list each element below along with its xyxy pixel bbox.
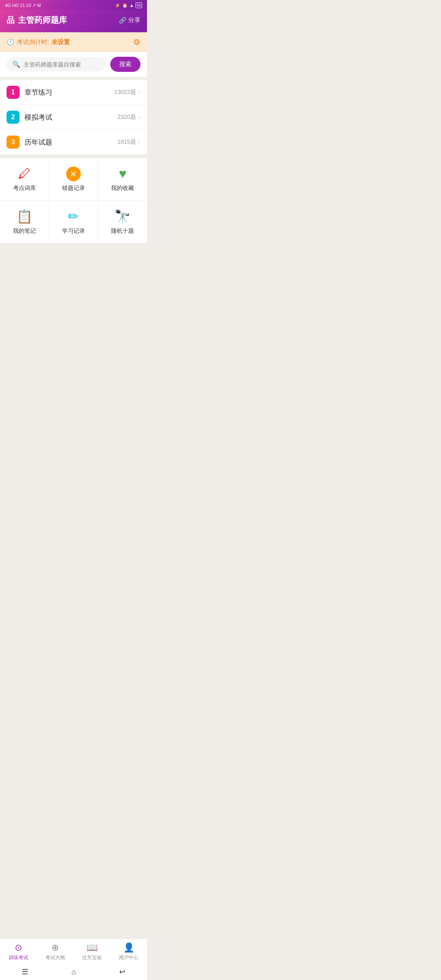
category-count-3: 1815题 [118, 138, 136, 146]
category-item-3[interactable]: 3 历年试题 1815题 › [0, 130, 147, 155]
grid-cell-shoucang[interactable]: ♥ 我的收藏 [98, 158, 147, 200]
search-icon: 🔍 [12, 60, 20, 68]
category-item-1[interactable]: 1 章节练习 13022题 › [0, 80, 147, 105]
signal-icon: 4G [5, 3, 11, 8]
category-item-2[interactable]: 2 模拟考试 2320题 › [0, 105, 147, 130]
pencil-icon: 🖊 [18, 166, 31, 181]
share-button[interactable]: 🔗 分享 [119, 16, 140, 24]
grid-cell-biji[interactable]: 📋 我的笔记 [0, 200, 49, 243]
category-num-2: 2 [7, 111, 20, 124]
countdown-bar: 🕐 考试倒计时: 未设置 ⚙ [0, 32, 147, 52]
grid-cell-xuexi[interactable]: ✏ 学习记录 [49, 200, 98, 243]
grid-row-2: 📋 我的笔记 ✏ 学习记录 🔭 随机十题 [0, 200, 147, 243]
bluetooth-icon: ⚡ [115, 3, 120, 8]
app-header: 品 主管药师题库 🔗 分享 [0, 10, 147, 32]
app-icon: 品 [7, 15, 15, 26]
time: 21:10 [20, 3, 31, 8]
category-num-3: 3 [7, 136, 20, 149]
suiji-label: 随机十题 [111, 227, 134, 235]
xuexi-label: 学习记录 [62, 227, 85, 235]
category-label-1: 章节练习 [24, 88, 114, 97]
cross-circle-icon: ✕ [66, 167, 81, 181]
status-bar: 4G HD 21:10 ↗ M ⚡ ⏰ ▲ 56 [0, 0, 147, 10]
category-num-1: 1 [7, 86, 20, 99]
category-label-3: 历年试题 [24, 138, 118, 147]
grid-cell-suiji[interactable]: 🔭 随机十题 [98, 200, 147, 243]
binoculars-icon: 🔭 [114, 209, 131, 224]
category-count-2: 2320题 [118, 114, 136, 121]
heart-icon: ♥ [119, 166, 127, 181]
share-icon: 🔗 [119, 17, 127, 24]
empty-content-area [0, 243, 147, 366]
category-label-2: 模拟考试 [24, 113, 118, 122]
search-input[interactable] [24, 61, 100, 68]
status-left: 4G HD 21:10 ↗ M [5, 3, 41, 8]
search-input-wrap: 🔍 [7, 57, 106, 71]
notes-icon: 📋 [16, 209, 33, 224]
grid-section: 🖊 考点词库 ✕ 错题记录 ♥ 我的收藏 📋 我的笔记 ✏ 学习记录 [0, 158, 147, 243]
pen-teal-icon: ✏ [68, 209, 79, 224]
category-list: 1 章节练习 13022题 › 2 模拟考试 2320题 › 3 历年试题 18… [0, 80, 147, 155]
kaodian-label: 考点词库 [13, 185, 36, 192]
clock-icon: 🕐 [7, 38, 14, 46]
shoucang-label: 我的收藏 [111, 185, 134, 192]
app-title: 主管药师题库 [18, 15, 67, 26]
search-section: 🔍 搜索 [0, 52, 147, 77]
search-button[interactable]: 搜索 [110, 57, 140, 72]
biji-label: 我的笔记 [13, 227, 36, 235]
countdown-text: 🕐 考试倒计时: 未设置 [7, 38, 70, 46]
hd-icon: HD [12, 3, 19, 8]
status-right: ⚡ ⏰ ▲ 56 [115, 2, 142, 8]
battery-icon: 56 [136, 2, 142, 8]
grid-row-1: 🖊 考点词库 ✕ 错题记录 ♥ 我的收藏 [0, 158, 147, 200]
wifi-icon: ▲ [129, 3, 134, 8]
category-arrow-2: › [138, 114, 140, 121]
category-arrow-1: › [138, 89, 140, 96]
direction-icon: ↗ [32, 3, 36, 8]
alarm-icon: ⏰ [122, 3, 128, 8]
countdown-settings-button[interactable]: ⚙ [133, 37, 140, 47]
grid-cell-kaodian[interactable]: 🖊 考点词库 [0, 158, 49, 200]
notification-icon: M [37, 3, 41, 8]
category-count-1: 13022题 [114, 89, 136, 96]
header-title: 品 主管药师题库 [7, 15, 67, 26]
category-arrow-3: › [138, 138, 140, 146]
grid-cell-cuoti[interactable]: ✕ 错题记录 [49, 158, 98, 200]
cuoti-label: 错题记录 [62, 185, 85, 192]
